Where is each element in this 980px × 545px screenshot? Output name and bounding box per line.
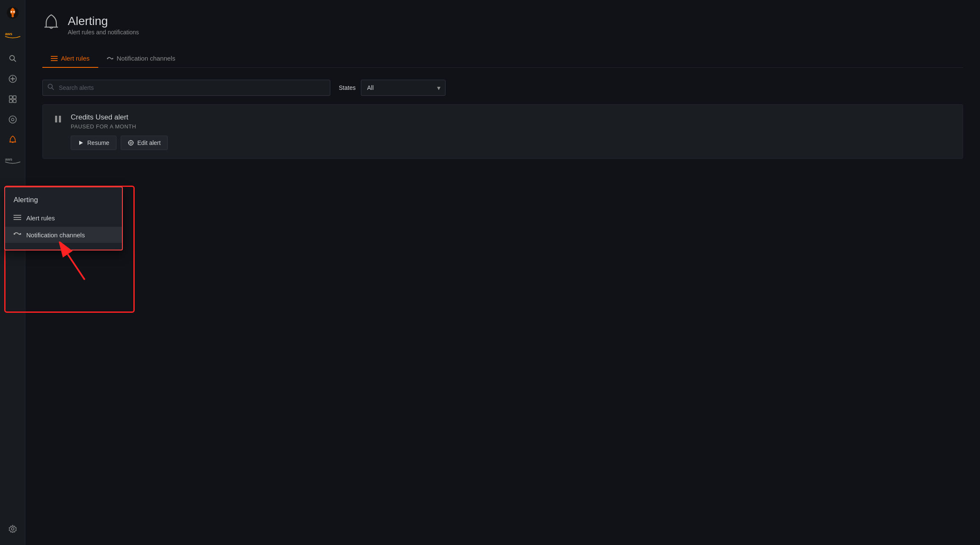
explore-sidebar-icon[interactable] (3, 110, 22, 129)
svg-line-5 (14, 60, 16, 62)
filter-row: States All Alerting OK Pending Paused No… (42, 80, 963, 96)
tab-alert-rules[interactable]: Alert rules (42, 50, 98, 68)
page-header: Alerting Alert rules and notifications (42, 14, 963, 36)
states-label: States (339, 84, 356, 91)
alert-actions: Resume Edit alert (71, 136, 952, 150)
alerting-header-icon (42, 14, 60, 36)
svg-rect-27 (59, 116, 61, 122)
search-sidebar-icon[interactable] (3, 49, 22, 68)
grafana-logo[interactable] (3, 3, 22, 22)
sidebar-menu-alert-rules-label: Alert rules (26, 214, 55, 222)
svg-rect-9 (9, 96, 12, 99)
alert-status: PAUSED for a month (71, 123, 952, 130)
svg-text:aws: aws (5, 32, 12, 36)
sidebar: aws (0, 0, 25, 545)
tab-notification-channels-label: Notification channels (117, 55, 175, 62)
svg-rect-10 (13, 96, 16, 99)
svg-point-17 (11, 528, 14, 530)
svg-marker-28 (79, 141, 83, 145)
sidebar-menu-notification-channels[interactable]: Notification channels (5, 227, 122, 243)
page-subtitle: Alert rules and notifications (68, 29, 139, 36)
settings-sidebar-icon[interactable] (3, 520, 22, 538)
menu-alert-rules-icon (14, 214, 21, 222)
svg-point-1 (11, 11, 12, 13)
tab-alert-rules-label: Alert rules (61, 55, 90, 62)
tabs-container: Alert rules Notification channels (42, 50, 963, 68)
resume-button[interactable]: Resume (71, 136, 116, 150)
svg-rect-26 (55, 116, 57, 122)
states-select[interactable]: All Alerting OK Pending Paused No Data E… (361, 80, 446, 96)
page-header-text: Alerting Alert rules and notifications (68, 14, 139, 36)
aws-logo-top[interactable]: aws (3, 25, 22, 44)
search-icon (47, 83, 54, 92)
sidebar-menu-title: Alerting (5, 194, 122, 209)
svg-point-39 (19, 233, 21, 235)
page-title: Alerting (68, 14, 139, 28)
alert-info: Credits Used alert PAUSED for a month Re… (71, 113, 952, 150)
search-wrapper (42, 80, 330, 96)
svg-text:aws: aws (5, 157, 12, 161)
states-select-wrapper: All Alerting OK Pending Paused No Data E… (361, 80, 446, 96)
tab-notification-channels[interactable]: Notification channels (98, 50, 184, 68)
sidebar-menu-notification-channels-label: Notification channels (26, 231, 85, 239)
menu-notification-channels-icon (14, 231, 21, 239)
edit-alert-button[interactable]: Edit alert (121, 136, 168, 150)
svg-line-25 (52, 88, 54, 90)
alerting-sidebar-icon[interactable] (3, 131, 22, 149)
search-input[interactable] (42, 80, 330, 96)
alert-title: Credits Used alert (71, 113, 952, 122)
add-sidebar-icon[interactable] (3, 70, 22, 88)
svg-point-22 (107, 58, 108, 59)
svg-rect-11 (9, 100, 12, 103)
svg-point-30 (130, 142, 132, 144)
svg-point-2 (13, 11, 15, 13)
svg-point-29 (129, 141, 133, 145)
sidebar-menu-alert-rules[interactable]: Alert rules (5, 209, 122, 227)
svg-point-23 (112, 58, 113, 59)
dashboards-sidebar-icon[interactable] (3, 90, 22, 108)
sidebar-popup-menu: Alerting Alert rules Notification channe… (4, 186, 123, 250)
alert-card: Credits Used alert PAUSED for a month Re… (42, 104, 963, 159)
svg-rect-12 (13, 100, 16, 103)
main-content: Alerting Alert rules and notifications A… (25, 0, 980, 545)
alert-pause-icon (53, 114, 63, 127)
svg-point-14 (11, 118, 14, 121)
svg-point-38 (14, 233, 15, 235)
aws-logo-sidebar[interactable]: aws (3, 151, 22, 170)
svg-point-13 (9, 116, 16, 123)
